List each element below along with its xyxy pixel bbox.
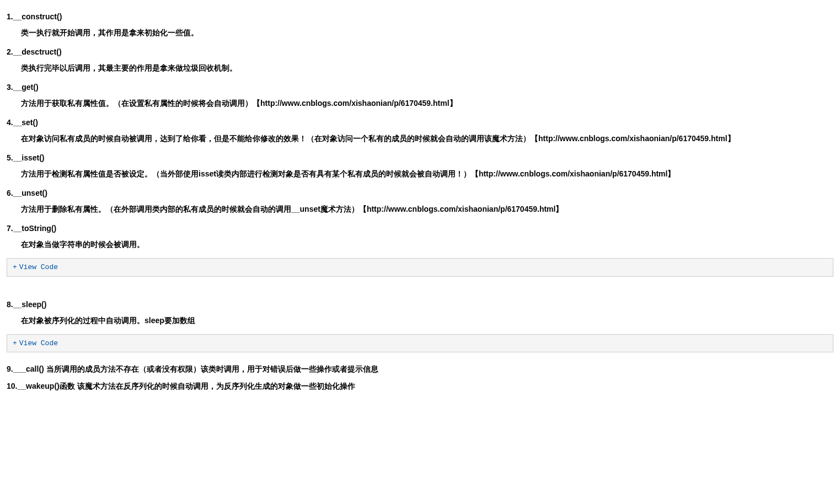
section-desc-8: 在对象被序列化的过程中自动调用。sleep要加数组 [7, 315, 833, 326]
section-heading-5: 5.__isset() [7, 152, 833, 164]
section-heading-6: 6.__unset() [7, 187, 833, 199]
section-heading-7: 7.__toString() [7, 223, 833, 234]
section-desc-7: 在对象当做字符串的时候会被调用。 [7, 239, 833, 250]
section-heading-10: 10.__wakeup()函数 该魔术方法在反序列化的时候自动调用，为反序列化生… [7, 380, 833, 392]
section-heading-2: 2.__desctruct() [7, 46, 833, 58]
section-desc-2: 类执行完毕以后调用，其最主要的作用是拿来做垃圾回收机制。 [7, 62, 833, 74]
view-code-label: View Code [19, 339, 58, 347]
article-content: 1.__construct() 类一执行就开始调用，其作用是拿来初始化一些值。 … [7, 11, 833, 392]
section-desc-1: 类一执行就开始调用，其作用是拿来初始化一些值。 [7, 27, 833, 39]
section-desc-3: 方法用于获取私有属性值。（在设置私有属性的时候将会自动调用）【http://ww… [7, 98, 833, 109]
section-heading-8: 8.__sleep() [7, 299, 833, 310]
section-heading-1: 1.__construct() [7, 11, 833, 23]
section-heading-9: 9.___call() 当所调用的成员方法不存在（或者没有权限）该类时调用，用于… [7, 363, 833, 375]
expand-icon: + [13, 339, 17, 347]
expand-icon: + [13, 263, 17, 271]
section-heading-4: 4.__set() [7, 117, 833, 128]
view-code-block-2[interactable]: +View Code [7, 334, 833, 353]
view-code-label: View Code [19, 263, 58, 271]
section-desc-5: 方法用于检测私有属性值是否被设定。（当外部使用isset读类内部进行检测对象是否… [7, 168, 833, 180]
view-code-block-1[interactable]: +View Code [7, 258, 833, 277]
section-desc-6: 方法用于删除私有属性。（在外部调用类内部的私有成员的时候就会自动的调用__uns… [7, 203, 833, 215]
section-desc-4: 在对象访问私有成员的时候自动被调用，达到了给你看，但是不能给你修改的效果！（在对… [7, 133, 833, 144]
section-heading-3: 3.__get() [7, 82, 833, 93]
